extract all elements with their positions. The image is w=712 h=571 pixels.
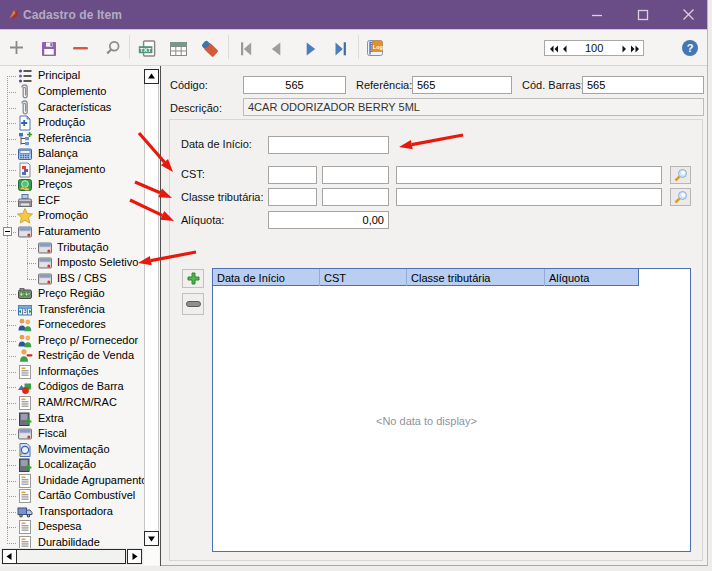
svg-text:3: 3	[24, 308, 27, 314]
svg-text:TXT: TXT	[140, 47, 152, 53]
svg-text:$: $	[21, 291, 24, 297]
svg-text:$: $	[27, 291, 30, 297]
svg-text:Log: Log	[373, 44, 383, 50]
